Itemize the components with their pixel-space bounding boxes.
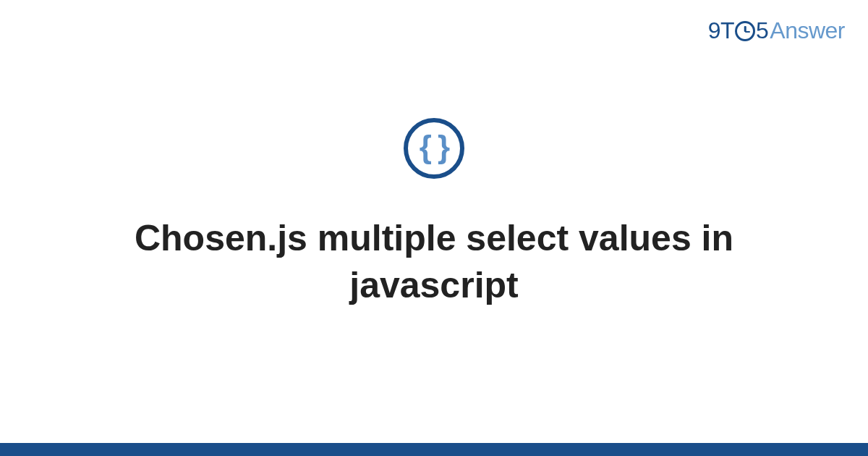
bottom-accent-bar [0, 443, 868, 456]
category-icon-circle: { } [404, 118, 464, 179]
page-title: Chosen.js multiple select values in java… [72, 215, 796, 309]
braces-icon: { } [420, 131, 448, 163]
main-content: { } Chosen.js multiple select values in … [0, 0, 868, 456]
